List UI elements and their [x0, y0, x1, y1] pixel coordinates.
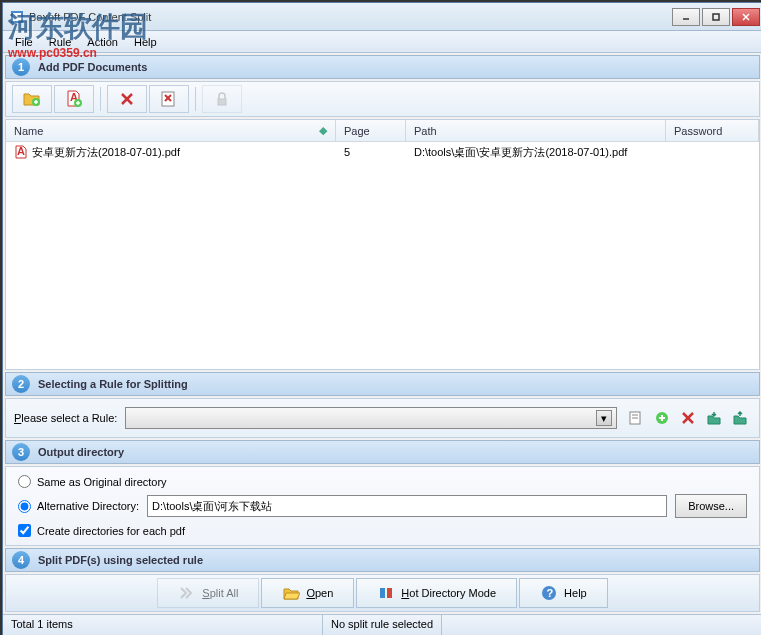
sort-icon: ◆ — [319, 124, 327, 137]
minimize-button[interactable] — [672, 8, 700, 26]
edit-rule-button[interactable] — [625, 407, 647, 429]
folder-open-icon — [282, 584, 300, 602]
help-button[interactable]: ? Help — [519, 578, 608, 608]
section2-title: Selecting a Rule for Splitting — [38, 378, 188, 390]
split-icon — [178, 584, 196, 602]
svg-rect-29 — [387, 588, 392, 598]
status-bar: Total 1 items No split rule selected — [3, 614, 761, 635]
section4-title: Split PDF(s) using selected rule — [38, 554, 203, 566]
svg-text:A: A — [17, 145, 25, 157]
menu-action[interactable]: Action — [79, 34, 126, 50]
col-path[interactable]: Path — [406, 120, 666, 141]
delete-button[interactable] — [107, 85, 147, 113]
file-list: Name ◆ Page Path Password A 安卓更新方法(2018-… — [5, 119, 760, 370]
cell-name: A 安卓更新方法(2018-07-01).pdf — [6, 143, 336, 162]
create-dirs-checkbox[interactable] — [18, 524, 31, 537]
rule-dropdown[interactable]: ▾ — [125, 407, 617, 429]
output-panel: Same as Original directory Alternative D… — [5, 466, 760, 546]
col-name[interactable]: Name ◆ — [6, 120, 336, 141]
status-total: Total 1 items — [3, 615, 323, 635]
add-rule-button[interactable] — [651, 407, 673, 429]
section4-num: 4 — [12, 551, 30, 569]
browse-button[interactable]: Browse... — [675, 494, 747, 518]
menu-rule[interactable]: Rule — [41, 34, 80, 50]
radio-alt-dir[interactable] — [18, 500, 31, 513]
chevron-down-icon: ▾ — [596, 410, 612, 426]
add-file-button[interactable]: A — [54, 85, 94, 113]
menu-help[interactable]: Help — [126, 34, 165, 50]
section2-num: 2 — [12, 375, 30, 393]
cell-page: 5 — [336, 144, 406, 160]
col-page[interactable]: Page — [336, 120, 406, 141]
label-same-dir[interactable]: Same as Original directory — [37, 476, 167, 488]
hot-dir-icon — [377, 584, 395, 602]
separator — [100, 87, 101, 111]
list-body[interactable]: A 安卓更新方法(2018-07-01).pdf 5 D:\tools\桌面\安… — [6, 142, 759, 369]
section3-title: Output directory — [38, 446, 124, 458]
section1-num: 1 — [12, 58, 30, 76]
titlebar: Boxoft PDF Content Split — [3, 3, 761, 31]
help-icon: ? — [540, 584, 558, 602]
svg-rect-18 — [218, 99, 226, 105]
rule-panel: Please select a Rule: ▾ — [5, 398, 760, 438]
split-all-button[interactable]: Split All — [157, 578, 259, 608]
export-rule-button[interactable] — [729, 407, 751, 429]
list-header: Name ◆ Page Path Password — [6, 120, 759, 142]
section1-title: Add PDF Documents — [38, 61, 147, 73]
open-button[interactable]: Open — [261, 578, 354, 608]
section3-num: 3 — [12, 443, 30, 461]
pdf-icon: A — [14, 145, 28, 159]
svg-rect-3 — [713, 14, 719, 20]
close-button[interactable] — [732, 8, 760, 26]
clear-button[interactable] — [149, 85, 189, 113]
svg-text:?: ? — [547, 587, 554, 599]
section4-header: 4 Split PDF(s) using selected rule — [5, 548, 760, 572]
delete-rule-button[interactable] — [677, 407, 699, 429]
cell-password — [666, 150, 759, 154]
add-folder-button[interactable] — [12, 85, 52, 113]
window-title: Boxoft PDF Content Split — [29, 11, 672, 23]
section1-header: 1 Add PDF Documents — [5, 55, 760, 79]
rule-label: Please select a Rule: — [14, 412, 117, 424]
cell-path: D:\tools\桌面\安卓更新方法(2018-07-01).pdf — [406, 143, 666, 162]
radio-same-dir[interactable] — [18, 475, 31, 488]
label-create-dirs[interactable]: Create directories for each pdf — [37, 525, 185, 537]
svg-rect-28 — [380, 588, 385, 598]
section2-header: 2 Selecting a Rule for Splitting — [5, 372, 760, 396]
label-alt-dir[interactable]: Alternative Directory: — [37, 500, 139, 512]
alt-dir-input[interactable] — [147, 495, 667, 517]
menubar: File Rule Action Help — [3, 31, 761, 53]
section3-header: 3 Output directory — [5, 440, 760, 464]
app-window: 河东软件园 www.pc0359.cn Boxoft PDF Content S… — [2, 2, 761, 635]
content-area: 1 Add PDF Documents A Name ◆ Page Path P… — [3, 53, 761, 614]
status-rule: No split rule selected — [323, 615, 442, 635]
app-icon — [9, 9, 25, 25]
col-password[interactable]: Password — [666, 120, 759, 141]
separator — [195, 87, 196, 111]
action-bar: Split All Open Hot Directory Mode ? Help — [5, 574, 760, 612]
lock-button[interactable] — [202, 85, 242, 113]
svg-rect-1 — [13, 13, 21, 21]
menu-file[interactable]: File — [7, 34, 41, 50]
toolbar: A — [5, 81, 760, 117]
maximize-button[interactable] — [702, 8, 730, 26]
import-rule-button[interactable] — [703, 407, 725, 429]
table-row[interactable]: A 安卓更新方法(2018-07-01).pdf 5 D:\tools\桌面\安… — [6, 142, 759, 162]
hot-directory-button[interactable]: Hot Directory Mode — [356, 578, 517, 608]
